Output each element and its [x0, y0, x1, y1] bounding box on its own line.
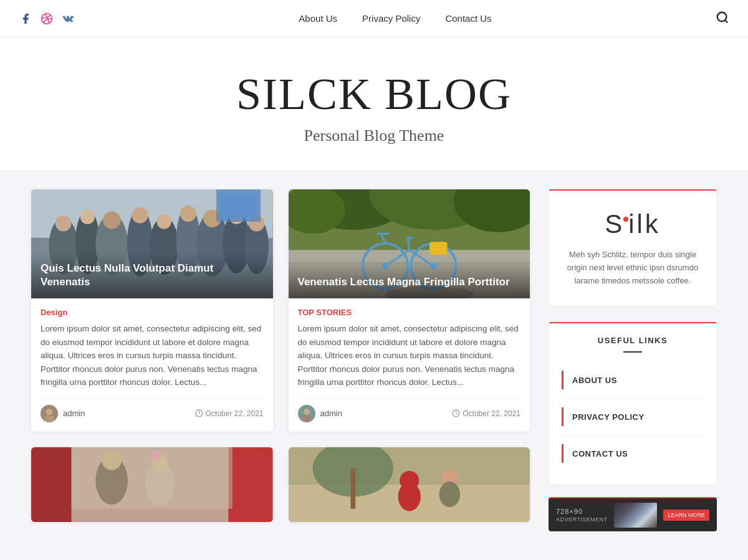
- svg-point-18: [180, 206, 196, 222]
- svg-point-25: [46, 409, 52, 415]
- ad-size-label: 728×90 ADVERTISEMENT: [556, 508, 608, 523]
- svg-rect-52: [31, 447, 72, 522]
- silk-logo-dot: [623, 217, 628, 222]
- post-category-2[interactable]: TOP STORIES: [298, 308, 521, 317]
- sidebar-useful-links: USEFUL LINKS ABOUT US PRIVACY POLICY CON…: [549, 322, 717, 485]
- dribbble-icon[interactable]: [40, 12, 54, 26]
- svg-point-17: [157, 214, 171, 229]
- nav-about[interactable]: About Us: [299, 13, 337, 24]
- useful-links-divider: [623, 351, 642, 353]
- useful-link-about[interactable]: ABOUT US: [562, 362, 704, 399]
- post-card-4: [289, 447, 530, 522]
- post-image-4[interactable]: [289, 447, 530, 522]
- useful-link-contact[interactable]: CONTACT US: [562, 435, 704, 472]
- ad-learn-more-button[interactable]: LEARN MORE: [663, 510, 709, 521]
- svg-rect-59: [72, 447, 233, 509]
- vk-icon[interactable]: [61, 12, 75, 26]
- svg-rect-63: [350, 468, 355, 509]
- post-meta-2: admin October 22, 2021: [298, 398, 521, 422]
- svg-point-67: [439, 482, 460, 507]
- post-card-3: [31, 447, 273, 522]
- blog-subtitle: Personal Blog Theme: [12, 126, 736, 145]
- author-avatar-1: [41, 405, 58, 422]
- blog-title: SILCK BLOG: [12, 69, 736, 120]
- svg-point-26: [44, 415, 54, 422]
- post-author-1: admin: [41, 405, 85, 422]
- svg-point-48: [304, 409, 310, 415]
- post-overlay-title-2: Venenatis Lectus Magna Fringilla Porttit…: [289, 266, 530, 298]
- author-name-2: admin: [320, 409, 342, 418]
- nav-contact[interactable]: Contact Us: [445, 13, 491, 24]
- sidebar-about-text: Meh syh Schlitz, tempor duis single orig…: [562, 249, 704, 287]
- ad-label-text: ADVERTISEMENT: [556, 516, 608, 523]
- post-image-3[interactable]: [31, 447, 273, 522]
- main-nav: About Us Privacy Policy Contact Us: [299, 13, 491, 24]
- post-card-1: Quis Lectus Nulla Volutpat Diamut Venena…: [31, 189, 273, 432]
- post-image-2[interactable]: Venenatis Lectus Magna Fringilla Porttit…: [289, 189, 530, 298]
- posts-grid: Quis Lectus Nulla Volutpat Diamut Venena…: [31, 189, 530, 531]
- svg-rect-34: [289, 250, 530, 262]
- author-avatar-2: [298, 405, 315, 422]
- useful-link-text-privacy: PRIVACY POLICY: [572, 412, 645, 422]
- post-meta-1: admin October 22, 2021: [41, 398, 264, 422]
- facebook-icon[interactable]: [19, 12, 32, 26]
- hero-section: SILCK BLOG Personal Blog Theme: [0, 37, 748, 171]
- svg-rect-45: [429, 242, 447, 255]
- post-body-2: TOP STORIES Lorem ipsum dolor sit amet, …: [289, 298, 530, 432]
- svg-point-16: [132, 207, 148, 224]
- useful-link-text-about: ABOUT US: [572, 376, 617, 385]
- social-links: [19, 12, 75, 26]
- useful-links-title: USEFUL LINKS: [562, 336, 704, 345]
- nav-privacy[interactable]: Privacy Policy: [362, 13, 420, 24]
- svg-rect-23: [221, 194, 257, 218]
- svg-rect-53: [228, 447, 272, 522]
- svg-point-65: [398, 482, 420, 511]
- useful-link-bar-1: [562, 371, 563, 389]
- post-date-text-1: October 22, 2021: [206, 409, 264, 418]
- ad-graphic: [614, 503, 658, 528]
- sidebar: Silk Meh syh Schlitz, tempor duis single…: [549, 189, 717, 531]
- sidebar-about-widget: Silk Meh syh Schlitz, tempor duis single…: [549, 189, 717, 306]
- useful-link-bar-3: [562, 444, 563, 463]
- post-card-2: Venenatis Lectus Magna Fringilla Porttit…: [289, 189, 530, 432]
- useful-link-privacy[interactable]: PRIVACY POLICY: [562, 399, 704, 435]
- svg-point-49: [302, 415, 312, 422]
- svg-point-15: [103, 211, 120, 229]
- svg-point-13: [55, 216, 72, 232]
- useful-link-text-contact: CONTACT US: [572, 449, 628, 458]
- post-category-1[interactable]: Design: [41, 308, 264, 317]
- sidebar-advertisement: 728×90 ADVERTISEMENT LEARN MORE: [549, 497, 717, 531]
- main-content: Quis Lectus Nulla Volutpat Diamut Venena…: [19, 171, 729, 550]
- post-image-1[interactable]: Quis Lectus Nulla Volutpat Diamut Venena…: [31, 189, 273, 298]
- post-date-2: October 22, 2021: [452, 409, 520, 418]
- ad-size-text: 728×90: [556, 508, 608, 515]
- post-date-text-2: October 22, 2021: [463, 409, 520, 418]
- post-body-1: Design Lorem ipsum dolor sit amet, conse…: [31, 298, 273, 432]
- useful-link-bar-2: [562, 407, 563, 426]
- silk-logo: Silk: [605, 209, 661, 239]
- site-header: About Us Privacy Policy Contact Us: [0, 0, 748, 37]
- search-icon[interactable]: [716, 11, 729, 27]
- svg-point-1: [717, 12, 727, 21]
- author-name-1: admin: [63, 409, 85, 418]
- post-author-2: admin: [298, 405, 342, 422]
- post-excerpt-2: Lorem ipsum dolor sit amet, consectetur …: [298, 322, 521, 389]
- post-date-1: October 22, 2021: [195, 409, 264, 418]
- svg-point-14: [80, 210, 95, 224]
- post-overlay-title-1: Quis Lectus Nulla Volutpat Diamut Venena…: [31, 252, 273, 298]
- post-excerpt-1: Lorem ipsum dolor sit amet, consectetur …: [41, 322, 264, 389]
